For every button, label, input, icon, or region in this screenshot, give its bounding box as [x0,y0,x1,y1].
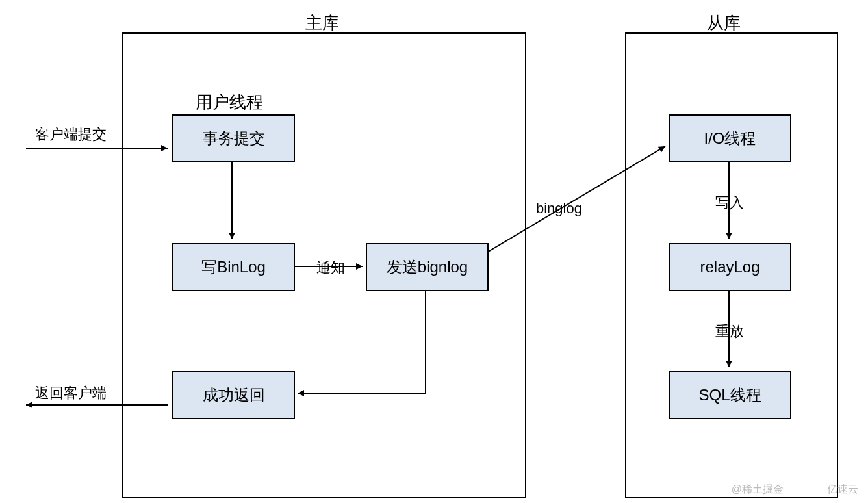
watermark-juejin: @稀土掘金 [732,483,784,497]
node-relay-log: relayLog [669,243,791,291]
node-io-thread: I/O线程 [669,114,791,162]
label-client-submit: 客户端提交 [34,125,108,144]
user-thread-title: 用户线程 [196,91,263,114]
label-write: 写入 [714,193,745,213]
node-sql-thread: SQL线程 [669,371,791,419]
label-return-client: 返回客户端 [34,383,108,403]
label-replay: 重放 [714,322,745,341]
node-commit-tx: 事务提交 [172,114,295,162]
slave-title: 从库 [707,12,741,34]
watermark-yisu: 亿速云 [827,483,858,497]
label-notify: 通知 [315,258,346,277]
label-binglog: binglog [535,200,583,217]
node-success-return: 成功返回 [172,371,295,419]
node-write-binlog: 写BinLog [172,243,295,291]
node-send-binlog: 发送bignlog [366,243,489,291]
master-title: 主库 [305,12,339,34]
